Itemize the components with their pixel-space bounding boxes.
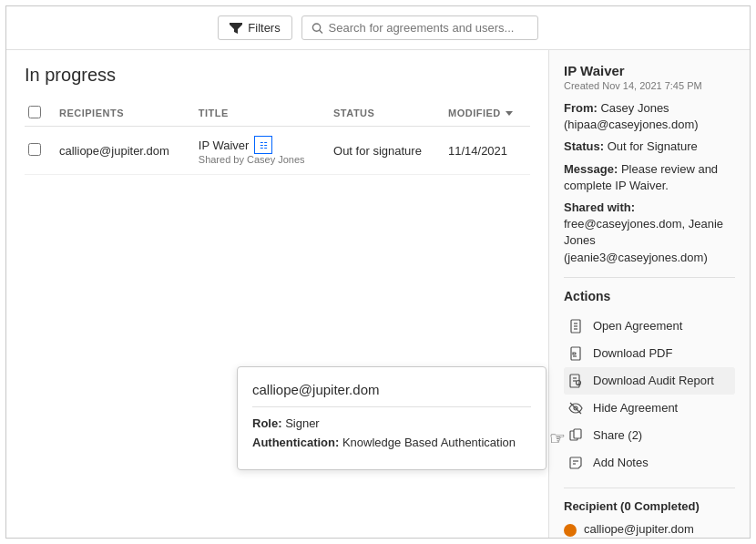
action-download-audit[interactable]: Download Audit Report bbox=[564, 367, 735, 395]
detail-shared: Shared with: free@caseyjones.dom, Jeanie… bbox=[564, 200, 735, 266]
status-cell: Out for signature bbox=[326, 127, 441, 175]
tooltip-auth-value: Knowledge Based Authentication bbox=[342, 436, 516, 449]
recipient-tooltip: calliope@jupiter.dom Role: Signer Authen… bbox=[237, 366, 547, 470]
action-open-agreement[interactable]: Open Agreement bbox=[564, 313, 735, 340]
sort-icon bbox=[505, 108, 514, 118]
add-notes-icon bbox=[567, 455, 584, 471]
tooltip-email: calliope@jupiter.dom bbox=[252, 382, 531, 407]
open-agreement-icon bbox=[567, 318, 584, 334]
action-download-pdf[interactable]: Download PDF bbox=[564, 340, 735, 367]
shared-value: free@caseyjones.dom, Jeanie Jones (jeani… bbox=[564, 217, 723, 263]
share-icon bbox=[567, 427, 584, 444]
status-label: Status: bbox=[564, 139, 604, 153]
select-all-checkbox[interactable] bbox=[28, 106, 41, 118]
svg-point-0 bbox=[312, 23, 320, 30]
detail-title: IP Waiver bbox=[564, 63, 735, 78]
share-label: Share (2) bbox=[593, 428, 642, 442]
divider-1 bbox=[564, 277, 735, 278]
open-agreement-label: Open Agreement bbox=[593, 319, 682, 333]
select-all-header bbox=[25, 100, 52, 127]
detail-message: Message: Please review and complete IP W… bbox=[564, 161, 735, 194]
search-icon bbox=[312, 22, 323, 35]
filter-label: Filters bbox=[248, 21, 280, 35]
tooltip-auth: Authentication: Knowledge Based Authenti… bbox=[252, 436, 531, 449]
detail-status: Status: Out for Signature bbox=[564, 139, 735, 155]
recipient-status-dot bbox=[564, 524, 577, 537]
tooltip-role-label: Role: bbox=[252, 416, 282, 430]
table-row[interactable]: calliope@jupiter.dom IP Waiver ☷ Shared … bbox=[25, 127, 530, 175]
message-label: Message: bbox=[564, 162, 618, 176]
doc-type-icon: ☷ bbox=[254, 136, 272, 154]
search-box bbox=[301, 15, 538, 40]
tooltip-role: Role: Signer bbox=[252, 416, 531, 430]
download-pdf-icon bbox=[567, 345, 584, 362]
hide-agreement-icon bbox=[567, 400, 584, 416]
row-checkbox-cell bbox=[25, 127, 52, 175]
divider-2 bbox=[564, 488, 735, 488]
detail-created: Created Nov 14, 2021 7:45 PM bbox=[564, 80, 735, 91]
left-panel: In progress RECIPIENTS TITLE STATUS MODI… bbox=[6, 50, 549, 538]
recipient-name: calliope@jupiter.dom bbox=[584, 522, 735, 536]
section-title: In progress bbox=[25, 65, 530, 86]
recipient-details: calliope@jupiter.dom Signature requested… bbox=[584, 522, 735, 538]
recipient-email: calliope@jupiter.dom bbox=[59, 144, 169, 158]
recipient-cell: calliope@jupiter.dom bbox=[52, 127, 191, 175]
action-share[interactable]: Share (2) bbox=[564, 422, 735, 449]
add-notes-label: Add Notes bbox=[593, 456, 649, 469]
row-title: IP Waiver bbox=[199, 139, 250, 152]
svg-line-1 bbox=[319, 30, 322, 33]
recipients-header: RECIPIENTS bbox=[52, 100, 191, 127]
from-label: From: bbox=[564, 101, 598, 115]
row-title-sub: Shared by Casey Jones bbox=[199, 154, 319, 165]
main-content: In progress RECIPIENTS TITLE STATUS MODI… bbox=[6, 50, 750, 538]
recipient-item: calliope@jupiter.dom Signature requested… bbox=[564, 522, 735, 538]
filter-icon bbox=[230, 23, 242, 34]
filter-button[interactable]: Filters bbox=[218, 15, 291, 40]
title-header: TITLE bbox=[191, 100, 326, 127]
search-input[interactable] bbox=[329, 21, 528, 35]
tooltip-role-value: Signer bbox=[285, 416, 320, 430]
actions-title: Actions bbox=[564, 289, 735, 303]
modified-cell: 11/14/2021 bbox=[441, 127, 530, 175]
row-status: Out for signature bbox=[333, 144, 422, 158]
row-checkbox[interactable] bbox=[28, 143, 41, 156]
action-add-notes[interactable]: Add Notes bbox=[564, 449, 735, 477]
detail-from: From: Casey Jones (hipaa@caseyjones.dom) bbox=[564, 100, 735, 133]
agreements-table: RECIPIENTS TITLE STATUS MODIFIED bbox=[25, 100, 530, 175]
recipient-section-title: Recipient (0 Completed) bbox=[564, 499, 735, 513]
tooltip-auth-label: Authentication: bbox=[252, 436, 339, 449]
recipient-date: Signature requested on Nov 14, 2021 bbox=[584, 536, 735, 538]
modified-header: MODIFIED bbox=[441, 100, 530, 127]
title-cell: IP Waiver ☷ Shared by Casey Jones bbox=[191, 127, 326, 175]
download-audit-icon bbox=[567, 373, 584, 389]
toolbar: Filters bbox=[6, 6, 750, 50]
row-modified: 11/14/2021 bbox=[448, 144, 507, 158]
status-value: Out for Signature bbox=[608, 139, 698, 153]
status-header: STATUS bbox=[326, 100, 441, 127]
action-hide-agreement[interactable]: Hide Agreement bbox=[564, 395, 735, 422]
svg-marker-2 bbox=[506, 111, 513, 116]
right-panel: IP Waiver Created Nov 14, 2021 7:45 PM F… bbox=[549, 50, 750, 538]
shared-label: Shared with: bbox=[564, 200, 635, 214]
download-pdf-label: Download PDF bbox=[593, 346, 672, 360]
svg-rect-16 bbox=[574, 429, 581, 438]
download-audit-label: Download Audit Report bbox=[593, 374, 714, 387]
hide-agreement-label: Hide Agreement bbox=[593, 401, 678, 415]
actions-list: Open Agreement Download PDF Download Aud… bbox=[564, 313, 735, 477]
